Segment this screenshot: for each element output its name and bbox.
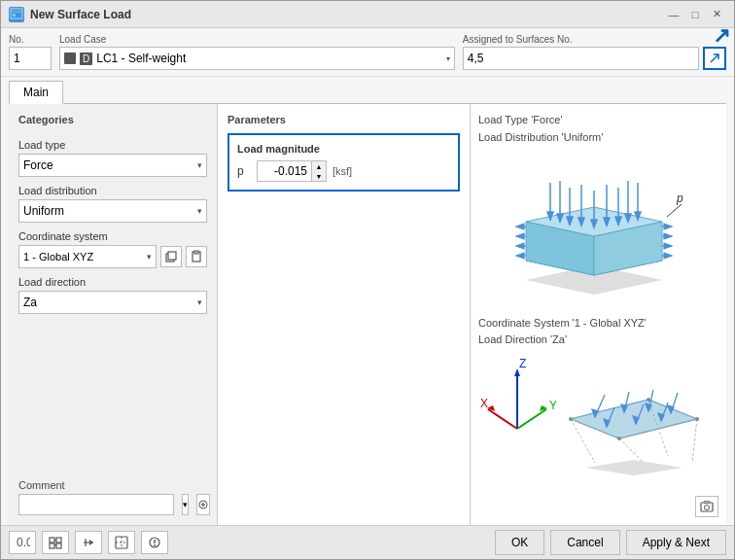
coord-sys-value: 1 - Global XYZ xyxy=(23,251,93,262)
load-type-arrow: ▾ xyxy=(197,160,202,170)
svg-marker-38 xyxy=(516,243,524,249)
svg-marker-36 xyxy=(516,233,524,239)
svg-rect-4 xyxy=(168,252,176,260)
svg-point-86 xyxy=(647,398,650,402)
apply-next-button[interactable]: Apply & Next xyxy=(626,530,726,555)
svg-rect-89 xyxy=(704,502,710,504)
svg-rect-2 xyxy=(13,14,16,17)
magnitude-input[interactable] xyxy=(258,161,311,181)
load-dist-select[interactable]: Uniform ▾ xyxy=(18,199,207,223)
load-dist-value: Uniform xyxy=(23,204,64,218)
params-title: Parameters xyxy=(228,114,460,125)
svg-rect-95 xyxy=(50,543,54,548)
coord-copy-button[interactable] xyxy=(160,246,182,267)
lc-dropdown-arrow: ▾ xyxy=(446,54,450,63)
tabs-row: Main xyxy=(1,77,734,103)
svg-marker-98 xyxy=(89,540,93,545)
svg-marker-42 xyxy=(664,224,672,229)
coord-axes-svg: Z Y X xyxy=(478,351,556,448)
title-controls: — □ ✕ xyxy=(664,6,726,23)
info-line2: Load Distribution 'Uniform' xyxy=(478,129,718,147)
comment-section: Comment ▾ xyxy=(18,473,207,515)
main-window: New Surface Load — □ ✕ No. Load Case D L… xyxy=(0,0,735,560)
spin-up-button[interactable]: ▲ xyxy=(312,161,326,171)
header-row: No. Load Case D LC1 - Self-weight ▾ Assi… xyxy=(1,28,734,77)
load-type-value: Force xyxy=(23,158,53,172)
title-bar: New Surface Load — □ ✕ xyxy=(1,1,734,28)
assigned-label: Assigned to Surfaces No. xyxy=(463,34,726,45)
svg-text:0.00: 0.00 xyxy=(17,536,30,549)
svg-marker-48 xyxy=(664,253,672,259)
load-case-group: Load Case D LC1 - Self-weight ▾ xyxy=(59,34,455,70)
cancel-button[interactable]: Cancel xyxy=(550,530,619,555)
load-dir-label: Load direction xyxy=(18,276,207,288)
svg-marker-59 xyxy=(585,460,682,475)
svg-rect-0 xyxy=(11,9,22,18)
svg-line-49 xyxy=(667,204,682,217)
svg-rect-96 xyxy=(56,543,61,548)
svg-text:X: X xyxy=(480,397,488,410)
categories-title: Categories xyxy=(18,114,207,125)
svg-rect-92 xyxy=(56,538,61,542)
info-top: Load Type 'Force' Load Distribution 'Uni… xyxy=(478,112,718,146)
close-button[interactable]: ✕ xyxy=(707,6,726,23)
top-diagram: p xyxy=(478,148,718,314)
tool-button-1[interactable]: 0.00 xyxy=(9,531,36,554)
tab-main[interactable]: Main xyxy=(9,81,63,104)
load-dist-arrow: ▾ xyxy=(197,206,202,216)
coord-info-line2: Load Direction 'Za' xyxy=(478,332,718,349)
p-diagram-label: p xyxy=(676,192,683,205)
coord-paste-button[interactable] xyxy=(186,246,207,267)
svg-marker-44 xyxy=(664,233,672,239)
ok-button[interactable]: OK xyxy=(495,530,544,555)
comment-dropdown-button[interactable]: ▾ xyxy=(182,494,189,515)
svg-marker-46 xyxy=(664,243,672,249)
load-dir-select[interactable]: Za ▾ xyxy=(18,291,207,314)
svg-point-83 xyxy=(569,417,573,421)
tool-button-3[interactable] xyxy=(75,531,102,554)
assigned-group: Assigned to Surfaces No. ↗ xyxy=(463,34,726,70)
load-mag-label: Load magnitude xyxy=(237,143,450,155)
snapshot-button[interactable] xyxy=(695,496,718,517)
svg-point-88 xyxy=(705,506,710,510)
svg-text:Y: Y xyxy=(549,399,556,412)
load-dist-label: Load distribution xyxy=(18,185,207,196)
no-input[interactable] xyxy=(9,47,52,70)
load-case-select[interactable]: D LC1 - Self-weight ▾ xyxy=(59,47,455,70)
load-type-select[interactable]: Force ▾ xyxy=(18,154,207,177)
coord-sys-row: 1 - Global XYZ ▾ xyxy=(18,245,207,268)
svg-rect-91 xyxy=(50,538,54,542)
mag-spinners: ▲ ▼ xyxy=(311,161,326,181)
assigned-input[interactable] xyxy=(463,47,699,70)
svg-marker-34 xyxy=(516,224,524,229)
load-dir-value: Za xyxy=(23,296,37,309)
load-case-label: Load Case xyxy=(59,34,455,45)
svg-marker-40 xyxy=(516,253,524,259)
minimize-button[interactable]: — xyxy=(664,6,683,23)
spin-down-button[interactable]: ▼ xyxy=(312,171,326,181)
assigned-picker-button[interactable] xyxy=(703,47,726,70)
tool-button-5[interactable] xyxy=(141,531,168,554)
coord-sys-select[interactable]: 1 - Global XYZ ▾ xyxy=(18,245,157,268)
coord-sys-label: Coordinate system xyxy=(18,230,207,242)
lc-tag: D xyxy=(80,52,92,65)
svg-line-53 xyxy=(517,409,546,429)
svg-point-85 xyxy=(695,417,699,421)
load-type-label: Load type xyxy=(18,139,207,151)
load-magnitude-box: Load magnitude p ▲ ▼ [ksf] xyxy=(228,133,460,192)
maximize-button[interactable]: □ xyxy=(685,6,705,23)
comment-edit-button[interactable] xyxy=(196,494,210,515)
svg-rect-6 xyxy=(194,251,198,254)
surface-load-svg: p xyxy=(487,154,711,309)
lc-color-box xyxy=(64,52,76,64)
lc-name: LC1 - Self-weight xyxy=(96,52,442,65)
tool-button-2[interactable] xyxy=(42,531,69,554)
mag-input-group: ▲ ▼ xyxy=(257,160,327,182)
bottom-diagram-area: Z Y X xyxy=(478,351,718,517)
svg-line-67 xyxy=(692,419,697,463)
comment-label: Comment xyxy=(18,479,207,491)
magnitude-row: p ▲ ▼ [ksf] xyxy=(237,160,450,182)
comment-input[interactable] xyxy=(18,494,174,515)
middle-panel: Parameters Load magnitude p ▲ ▼ [ksf] xyxy=(218,104,471,525)
tool-button-4[interactable] xyxy=(108,531,135,554)
